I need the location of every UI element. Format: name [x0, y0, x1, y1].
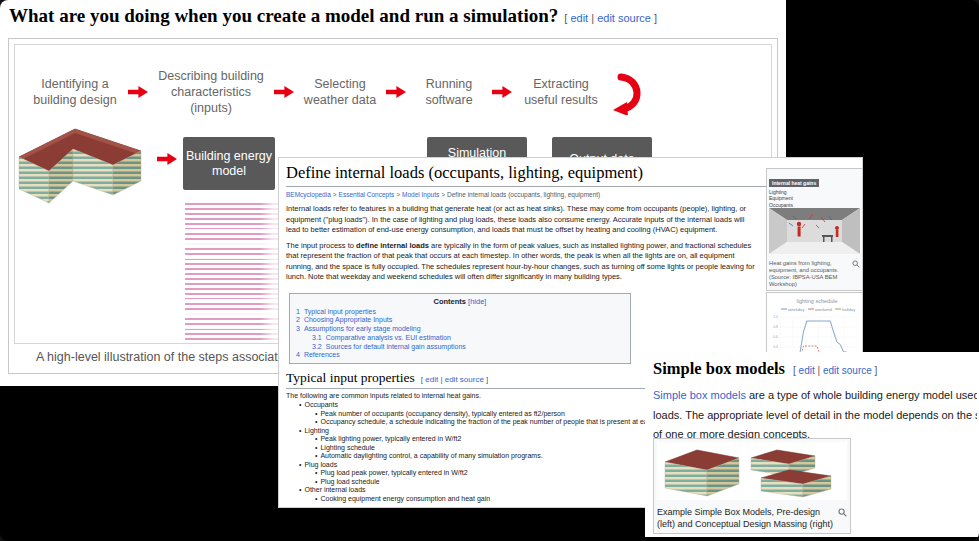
paragraph: Internal loads refer to features in a bu…	[286, 204, 760, 236]
table-of-contents: Contents [hide] 1Typical input propertie…	[289, 293, 631, 365]
paragraph-text: The input process to	[286, 241, 356, 250]
paragraph: The input process to define internal loa…	[286, 241, 760, 283]
bracket: [	[421, 375, 423, 384]
toc-link[interactable]: Choosing Appropriate Inputs	[304, 316, 392, 323]
screenshot-canvas: What are you doing when you create a mod…	[0, 0, 979, 541]
toc-title: Contents	[434, 297, 467, 306]
paragraph: Simple box models are a type of whole bu…	[653, 386, 979, 445]
toc-number: 2	[296, 316, 300, 323]
toc-link[interactable]: Assumptions for early stage modeling	[304, 325, 421, 332]
bullet-icon: •	[315, 435, 317, 442]
page-title-row: What are you doing when you create a mod…	[9, 5, 786, 27]
breadcrumb-link[interactable]: BEMcyclopedia	[286, 191, 331, 198]
toc-link[interactable]: References	[304, 351, 340, 358]
caption-text: Example Simple Box Models, Pre-design (l…	[657, 507, 833, 529]
bullet-icon: •	[315, 495, 317, 502]
breadcrumb-link[interactable]: Model Inputs	[402, 191, 439, 198]
l-building-render	[15, 109, 147, 207]
edit-link[interactable]: edit	[799, 365, 815, 376]
y-tick-label: 1.0	[773, 315, 778, 319]
idf-code-listing-decoration	[185, 203, 281, 344]
flow-arrow-icon	[492, 86, 512, 98]
bracket: [	[564, 12, 567, 24]
paragraph-line: loads. The appropriate level of detail i…	[653, 406, 977, 426]
breadcrumb-link[interactable]: Essential Concepts	[339, 191, 395, 198]
bullet-icon: •	[315, 418, 317, 425]
breadcrumb-current: Define internal loads (occupants, lighti…	[447, 191, 600, 198]
toc-number: 4	[296, 351, 300, 358]
toc-number: 3	[296, 325, 300, 332]
pipe: |	[818, 365, 821, 376]
bullet-icon: •	[299, 427, 301, 434]
legend-label: weekday	[788, 307, 805, 312]
magnify-icon[interactable]	[852, 260, 860, 268]
svg-text:lighting schedule: lighting schedule	[797, 298, 838, 304]
toc-link[interactable]: Sources for default internal gain assump…	[326, 343, 466, 350]
bullet-icon: •	[315, 410, 317, 417]
toc-number: 3.2	[312, 343, 322, 350]
flow-arrow-icon	[157, 153, 177, 165]
toc-item: 3.2Sources for default internal gain ass…	[296, 343, 624, 352]
bracket: [	[793, 365, 796, 376]
bullet-icon: •	[315, 444, 317, 451]
box-models-thumbnail[interactable]: Example Simple Box Models, Pre-design (l…	[653, 438, 851, 534]
y-tick-label: 0.4	[773, 345, 778, 349]
legend-title: Internal heat gains	[769, 179, 819, 187]
caption-text: Heat gains from lighting, equipment, and…	[769, 260, 839, 287]
toc-item: 4References	[296, 351, 624, 360]
breadcrumb-separator: >	[396, 191, 400, 198]
y-tick-label: 0.8	[773, 325, 778, 329]
y-tick-label: 0.6	[773, 335, 778, 339]
room-heat-gains-image	[769, 208, 860, 254]
box-label: Building energy model	[183, 149, 275, 179]
toc-item: 3.1Comparative analysis vs. EUI estimati…	[296, 334, 624, 343]
bullet-icon: •	[299, 461, 301, 468]
flow-arrow-icon	[274, 86, 294, 98]
bullet-icon: •	[315, 478, 317, 485]
edit-links: [ edit | edit source ]	[793, 365, 877, 376]
bracket: ]	[654, 12, 657, 24]
toc-number: 3.1	[312, 334, 322, 341]
toc-link[interactable]: Typical input properties	[304, 308, 376, 315]
edit-links: [ edit | edit source ]	[564, 12, 657, 24]
heat-gains-thumbnail[interactable]: Internal heat gains LightingEquipmentOcc…	[766, 168, 863, 291]
paragraph-line: Simple box models are a type of whole bu…	[653, 386, 977, 406]
bullet-icon: •	[299, 401, 301, 408]
toc-number: 1	[296, 308, 300, 315]
legend-items: LightingEquipmentOccupants	[769, 189, 860, 208]
toc-item: 3Assumptions for early stage modeling	[296, 325, 624, 334]
box-models-image	[657, 442, 847, 500]
toc-hide-link[interactable]: [hide]	[468, 297, 486, 306]
flow-step: Describing building characteristics (inp…	[155, 68, 267, 116]
breadcrumb-separator: >	[441, 191, 445, 198]
simple-box-page-panel: Simple box models [ edit | edit source ]…	[645, 352, 979, 537]
edit-source-link[interactable]: edit source	[445, 375, 484, 384]
loop-arrow-icon	[611, 69, 645, 115]
flow-arrow-icon	[128, 86, 148, 98]
flow-step: Running software	[413, 76, 485, 108]
edit-link[interactable]: edit	[570, 12, 588, 24]
edit-link[interactable]: edit	[425, 375, 438, 384]
flow-step: Extracting useful results	[519, 76, 603, 108]
article-title: Simple box models	[653, 359, 785, 379]
thumbnail-caption: Heat gains from lighting, equipment, and…	[769, 260, 860, 288]
legend-label: weekend	[815, 307, 832, 312]
toc-item: 1Typical input properties	[296, 308, 624, 317]
toc-items: 1Typical input properties2Choosing Appro…	[296, 308, 624, 361]
toc-item: 2Choosing Appropriate Inputs	[296, 316, 624, 325]
legend-label: holiday	[842, 307, 856, 312]
edit-source-link[interactable]: edit source	[597, 12, 651, 24]
magnify-icon[interactable]	[838, 508, 847, 517]
article-title-row: Simple box models [ edit | edit source ]	[653, 359, 979, 379]
pipe: |	[591, 12, 594, 24]
toc-link[interactable]: Comparative analysis vs. EUI estimation	[326, 334, 451, 341]
paragraph-bold: define internal loads	[356, 241, 429, 250]
breadcrumb-separator: >	[333, 191, 337, 198]
edit-source-link[interactable]: edit source	[823, 365, 872, 376]
paragraph-text: are a type of whole building energy mode…	[746, 389, 977, 401]
bullet-icon: •	[315, 452, 317, 459]
building-energy-model-box: Building energy model	[183, 137, 275, 190]
flow-arrow-icon	[386, 86, 406, 98]
simple-box-models-link[interactable]: Simple box models	[653, 389, 746, 401]
toc-title-row: Contents [hide]	[296, 297, 624, 306]
